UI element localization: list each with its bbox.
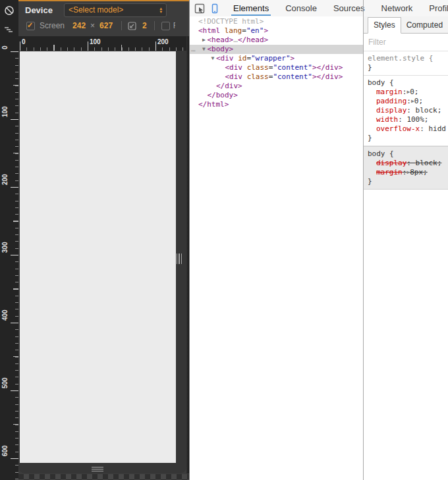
tab-console[interactable]: Console <box>285 0 318 16</box>
tree-row[interactable]: <div class="content"></div> <box>190 72 363 82</box>
styles-filter-row <box>364 34 448 51</box>
resize-handle-bottom[interactable] <box>92 467 103 471</box>
v-ruler-label: 0 <box>1 45 9 49</box>
device-model-select[interactable]: <Select model> ▴▾ <box>64 3 167 17</box>
sidebar-tabs: StylesComputedE <box>364 16 448 34</box>
style-line[interactable]: } <box>364 134 448 143</box>
device-label: Device <box>25 5 53 15</box>
device-screen-viewport[interactable] <box>20 51 176 463</box>
tab-elements[interactable]: Elements <box>233 0 269 16</box>
device-toolbar-row2: Screen 242 × 627 2 F <box>18 18 189 33</box>
no-overrides-icon[interactable] <box>4 5 14 16</box>
resize-handle-right[interactable] <box>177 253 182 264</box>
style-line[interactable]: } <box>364 63 448 72</box>
h-ruler-label: 100 <box>90 38 101 45</box>
device-frame <box>18 51 186 473</box>
style-line[interactable]: body { <box>364 78 448 88</box>
background-checker-strip <box>18 474 189 480</box>
styles-sidebar: StylesComputedE element.style {}body {ma… <box>364 16 448 480</box>
device-emulation-panel: Device <Select model> ▴▾ Screen 242 × 62… <box>18 0 189 480</box>
v-ruler-label: 600 <box>1 445 9 456</box>
elements-tree: <!DOCTYPE html><html lang="en">▶<head>…<… <box>190 16 363 480</box>
style-line[interactable]: } <box>364 177 448 186</box>
toolbar-divider <box>154 21 155 30</box>
v-ruler-label: 200 <box>1 174 9 185</box>
tree-row[interactable]: <div class="content"></div> <box>190 63 363 72</box>
style-blocks: element.style {}body {margin:▶0;padding:… <box>364 51 448 190</box>
tree-row[interactable]: <html lang="en"> <box>190 26 363 36</box>
style-line[interactable]: display: block; <box>364 106 448 115</box>
style-line[interactable]: margin:▶8px; <box>364 168 448 177</box>
screen-checkbox[interactable] <box>26 22 35 30</box>
times-sign: × <box>90 21 95 30</box>
disclosure-down-icon[interactable]: ▼ <box>210 54 216 63</box>
tree-row[interactable]: ▶<head>…</head> <box>190 36 363 45</box>
tree-row[interactable]: …▼<body> <box>190 45 363 54</box>
tree-row[interactable]: </html> <box>190 100 363 109</box>
fit-checkbox[interactable] <box>161 22 170 30</box>
style-line[interactable]: margin:▶0; <box>364 88 448 97</box>
device-pixel-ratio-value[interactable]: 2 <box>142 21 147 30</box>
toolbar-divider <box>121 21 122 30</box>
tree-row[interactable]: <!DOCTYPE html> <box>190 17 363 26</box>
h-ruler-label: 0 <box>22 38 26 45</box>
style-line[interactable]: display: block; <box>364 159 448 168</box>
screen-height-value[interactable]: 627 <box>99 21 113 30</box>
device-toolbar-row1: Device <Select model> ▴▾ <box>18 3 189 17</box>
tab-profiles[interactable]: Profiles <box>428 0 448 16</box>
sidebar-tab-styles[interactable]: Styles <box>368 17 401 34</box>
v-ruler-label: 100 <box>1 106 9 117</box>
devtools-panel: ElementsConsoleSourcesNetworkProfiles <!… <box>189 0 448 480</box>
devtools-device-emulation-window: 0100200300400500600 Device <Select model… <box>0 0 448 480</box>
device-model-value: <Select model> <box>69 5 123 14</box>
h-ruler-label: 200 <box>157 38 169 45</box>
style-line[interactable]: padding:▶0; <box>364 97 448 106</box>
sidebar-tab-computed[interactable]: Computed <box>401 18 448 33</box>
network-conditions-icon[interactable] <box>4 25 14 36</box>
inspect-element-icon[interactable] <box>194 3 205 14</box>
v-ruler-label: 300 <box>1 242 9 253</box>
style-line[interactable]: element.style { <box>364 54 448 63</box>
panel-accent-bar <box>18 0 189 1</box>
styles-filter-input[interactable] <box>364 34 448 51</box>
tab-network[interactable]: Network <box>381 0 414 16</box>
devtools-tabs: ElementsConsoleSourcesNetworkProfiles <box>233 0 448 16</box>
screen-width-value[interactable]: 242 <box>72 21 86 30</box>
swap-dimensions-icon[interactable] <box>128 22 136 30</box>
disclosure-down-icon[interactable]: ▼ <box>201 45 208 54</box>
tree-row[interactable]: </div> <box>190 82 363 91</box>
style-line[interactable]: overflow-x: hidd <box>364 124 448 134</box>
tree-row[interactable]: ▼<div id="wrapper"> <box>190 54 363 63</box>
v-ruler-label: 400 <box>1 309 9 321</box>
disclosure-right-icon[interactable]: ▶ <box>201 36 208 45</box>
style-line[interactable]: body { <box>364 149 448 159</box>
screen-label: Screen <box>40 21 65 30</box>
fit-label-clipped: F <box>173 21 175 30</box>
style-line[interactable]: width: 100%; <box>364 115 448 124</box>
v-ruler-label: 500 <box>1 377 9 388</box>
style-rule-block: body {display: block;margin:▶8px;} <box>364 146 448 190</box>
style-rule-block: body {margin:▶0;padding:▶0;display: bloc… <box>364 76 448 146</box>
select-stepper-icon: ▴▾ <box>159 7 162 13</box>
style-rule-block: element.style {} <box>364 51 448 76</box>
devtools-toolbar: ElementsConsoleSourcesNetworkProfiles <box>190 0 448 16</box>
toggle-device-mode-icon[interactable] <box>210 3 220 14</box>
horizontal-ruler: 0100200 <box>18 36 189 51</box>
tab-sources[interactable]: Sources <box>333 0 366 16</box>
node-gutter-dots: … <box>191 45 196 54</box>
left-icon-strip: 0100200300400500600 <box>0 0 18 480</box>
tree-row[interactable]: </body> <box>190 91 363 100</box>
